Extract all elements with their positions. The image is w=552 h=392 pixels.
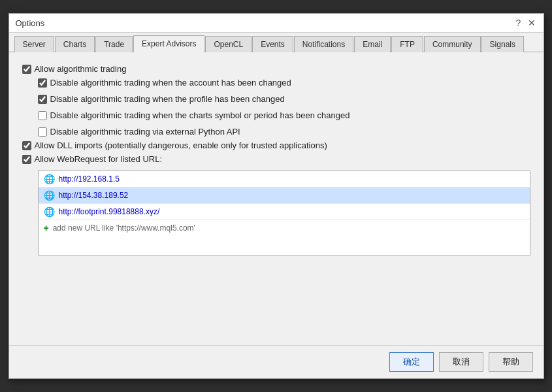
main-content: Allow algorithmic trading Disable algori… (9, 52, 544, 345)
url-row-0[interactable]: 🌐 http://192.168.1.5 (39, 171, 530, 188)
allow-dll-row: Allow DLL imports (potentially dangerous… (22, 140, 530, 150)
url-add-row[interactable]: + add new URL like 'https://www.mql5.com… (39, 220, 530, 236)
cancel-button[interactable]: 取消 (439, 352, 483, 372)
tab-notifications[interactable]: Notifications (294, 36, 353, 52)
allow-webrequest-row: Allow WebRequest for listed URL: (22, 154, 530, 164)
url-row-1[interactable]: 🌐 http://154.38.189.52 (39, 188, 530, 204)
url-text-2: http://footprint.99818888.xyz/ (59, 207, 160, 216)
disable-account-checkbox[interactable] (38, 78, 47, 88)
allow-dll-label[interactable]: Allow DLL imports (potentially dangerous… (22, 140, 327, 150)
url-row-2[interactable]: 🌐 http://footprint.99818888.xyz/ (39, 204, 530, 220)
allow-webrequest-checkbox[interactable] (22, 155, 31, 164)
disable-profile-label[interactable]: Disable algorithmic trading when the pro… (38, 94, 285, 104)
tab-charts[interactable]: Charts (55, 36, 95, 52)
options-dialog: Options ? ✕ Server Charts Trade Expert A… (8, 13, 544, 379)
confirm-button[interactable]: 确定 (389, 352, 434, 372)
disable-profile-row: Disable algorithmic trading when the pro… (38, 94, 530, 104)
allow-algo-label[interactable]: Allow algorithmic trading (22, 64, 127, 74)
tab-ftp[interactable]: FTP (391, 36, 423, 52)
disable-charts-row: Disable algorithmic trading when the cha… (38, 110, 530, 120)
disable-account-label[interactable]: Disable algorithmic trading when the acc… (38, 78, 291, 88)
tabs-bar: Server Charts Trade Expert Advisors Open… (9, 33, 544, 52)
tab-expert-advisors[interactable]: Expert Advisors (133, 35, 204, 52)
url-text-1: http://154.38.189.52 (59, 191, 129, 200)
tab-email[interactable]: Email (354, 36, 391, 52)
allow-algo-checkbox[interactable] (22, 65, 31, 74)
url-list: 🌐 http://192.168.1.5 🌐 http://154.38.189… (38, 171, 530, 255)
title-bar-right: ? ✕ (513, 18, 537, 28)
url-text-0: http://192.168.1.5 (59, 174, 120, 184)
title-bar: Options ? ✕ (9, 14, 544, 33)
help-footer-button[interactable]: 帮助 (489, 352, 533, 372)
close-button[interactable]: ✕ (527, 18, 537, 28)
globe-icon-2: 🌐 (44, 206, 55, 217)
disable-account-row: Disable algorithmic trading when the acc… (38, 78, 530, 88)
disable-python-label[interactable]: Disable algorithmic trading via external… (38, 127, 240, 137)
disable-python-row: Disable algorithmic trading via external… (38, 127, 530, 137)
title-bar-left: Options (16, 18, 45, 28)
tab-community[interactable]: Community (424, 36, 481, 52)
tab-opencl[interactable]: OpenCL (205, 36, 252, 52)
tab-trade[interactable]: Trade (95, 36, 133, 52)
plus-icon: + (44, 223, 49, 233)
help-button[interactable]: ? (513, 18, 524, 28)
tab-events[interactable]: Events (252, 36, 293, 52)
tab-server[interactable]: Server (14, 36, 54, 52)
disable-charts-label[interactable]: Disable algorithmic trading when the cha… (38, 110, 350, 120)
tab-signals[interactable]: Signals (481, 36, 524, 52)
globe-icon-1: 🌐 (44, 190, 55, 201)
disable-profile-checkbox[interactable] (38, 95, 47, 104)
dialog-title: Options (16, 18, 45, 28)
allow-algo-row: Allow algorithmic trading (22, 64, 530, 74)
disable-python-checkbox[interactable] (38, 127, 47, 137)
allow-dll-checkbox[interactable] (22, 141, 31, 150)
url-add-placeholder: add new URL like 'https://www.mql5.com' (53, 223, 195, 233)
globe-icon-0: 🌐 (44, 174, 55, 184)
disable-charts-checkbox[interactable] (38, 111, 47, 120)
dialog-footer: 确定 取消 帮助 (9, 345, 544, 378)
allow-webrequest-label[interactable]: Allow WebRequest for listed URL: (22, 154, 163, 164)
